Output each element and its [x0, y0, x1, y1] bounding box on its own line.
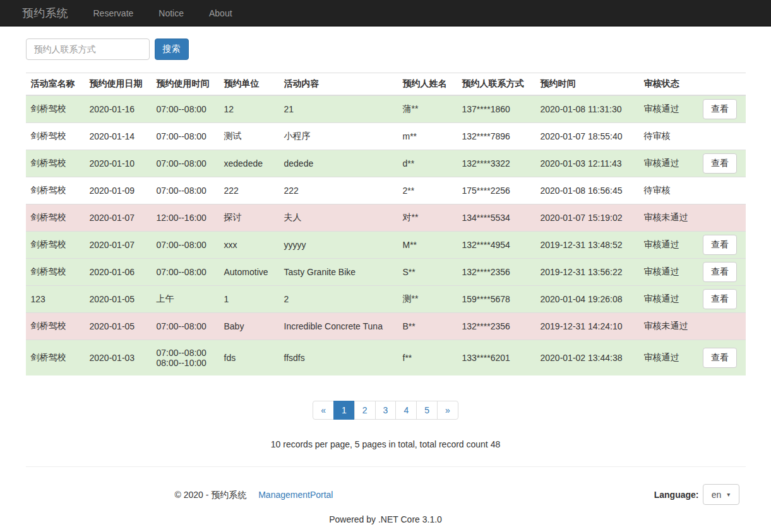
col-header-status: 审核状态	[639, 73, 695, 96]
cell-date: 2020-01-05	[85, 286, 152, 313]
cell-name: 蒲**	[398, 95, 457, 123]
cell-unit: 12	[219, 95, 279, 123]
table-header-row: 活动室名称 预约使用日期 预约使用时间 预约单位 活动内容 预约人姓名 预约人联…	[26, 73, 746, 96]
view-button[interactable]: 查看	[703, 235, 737, 255]
cell-room: 剑桥驾校	[26, 150, 85, 177]
pagination-prev[interactable]: «	[313, 401, 334, 420]
table-row: 剑桥驾校 2020-01-14 07:00--08:00 测试 小程序 m** …	[26, 123, 746, 150]
cell-name: d**	[398, 150, 457, 177]
cell-room: 剑桥驾校	[26, 259, 85, 286]
cell-phone: 132****2356	[457, 259, 535, 286]
table-row: 123 2020-01-05 上午 1 2 测** 159****5678 20…	[26, 286, 746, 313]
col-header-content: 活动内容	[279, 73, 398, 96]
brand-link[interactable]: 预约系统	[23, 6, 78, 21]
powered-by-text: Powered by .NET Core 3.1.0	[26, 514, 746, 531]
cell-status: 审核未通过	[639, 204, 695, 232]
cell-unit: Baby	[219, 313, 279, 340]
pagination-page-1[interactable]: 1	[333, 401, 355, 420]
cell-time: 12:00--16:00	[152, 204, 219, 232]
cell-created: 2019-12-31 13:56:22	[535, 259, 639, 286]
nav-link-reservate[interactable]: Reservate	[84, 8, 143, 18]
cell-unit: 测试	[219, 123, 279, 150]
cell-date: 2020-01-09	[85, 177, 152, 204]
record-summary: 10 records per page, 5 pages in total, t…	[26, 439, 746, 449]
cell-room: 剑桥驾校	[26, 340, 85, 376]
cell-phone: 132****4954	[457, 232, 535, 259]
cell-name: 2**	[398, 177, 457, 204]
pagination-next[interactable]: »	[437, 401, 458, 420]
cell-time: 上午	[152, 286, 219, 313]
cell-time: 07:00--08:00	[152, 95, 219, 123]
cell-room: 剑桥驾校	[26, 95, 85, 123]
cell-content: 小程序	[279, 123, 398, 150]
view-button[interactable]: 查看	[703, 289, 737, 309]
cell-created: 2020-01-08 16:56:45	[535, 177, 639, 204]
cell-room: 剑桥驾校	[26, 123, 85, 150]
pagination: « 1 2 3 4 5 »	[26, 401, 746, 420]
reservations-table: 活动室名称 预约使用日期 预约使用时间 预约单位 活动内容 预约人姓名 预约人联…	[26, 73, 746, 375]
cell-created: 2020-01-07 15:19:02	[535, 204, 639, 232]
cell-date: 2020-01-05	[85, 313, 152, 340]
navbar: 预约系统 Reservate Notice About	[0, 0, 771, 27]
cell-phone: 137****1860	[457, 95, 535, 123]
cell-content: 222	[279, 177, 398, 204]
table-row: 剑桥驾校 2020-01-06 07:00--08:00 Automotive …	[26, 259, 746, 286]
cell-created: 2020-01-02 13:44:38	[535, 340, 639, 376]
cell-date: 2020-01-03	[85, 340, 152, 376]
cell-created: 2019-12-31 14:24:10	[535, 313, 639, 340]
table-row: 剑桥驾校 2020-01-07 07:00--08:00 xxx yyyyy M…	[26, 232, 746, 259]
cell-time: 07:00--08:00	[152, 123, 219, 150]
cell-unit: Automotive	[219, 259, 279, 286]
cell-status: 待审核	[639, 123, 695, 150]
search-bar: 搜索	[26, 38, 746, 60]
cell-phone: 134****5534	[457, 204, 535, 232]
cell-date: 2020-01-07	[85, 232, 152, 259]
cell-status: 审核通过	[639, 259, 695, 286]
cell-content: 2	[279, 286, 398, 313]
footer-divider	[26, 466, 746, 467]
cell-date: 2020-01-06	[85, 259, 152, 286]
cell-phone: 132****7896	[457, 123, 535, 150]
cell-unit: xedededе	[219, 150, 279, 177]
management-portal-link[interactable]: ManagementPortal	[258, 490, 333, 500]
cell-phone: 175****2256	[457, 177, 535, 204]
view-button[interactable]: 查看	[703, 99, 737, 119]
cell-unit: 1	[219, 286, 279, 313]
cell-status: 审核通过	[639, 286, 695, 313]
cell-date: 2020-01-14	[85, 123, 152, 150]
cell-status: 审核通过	[639, 232, 695, 259]
language-select[interactable]: en ▾	[703, 484, 739, 505]
pagination-page-5[interactable]: 5	[416, 401, 438, 420]
table-row: 剑桥驾校 2020-01-16 07:00--08:00 12 21 蒲** 1…	[26, 95, 746, 123]
view-button[interactable]: 查看	[703, 153, 737, 174]
table-row: 剑桥驾校 2020-01-03 07:00--08:00 08:00--10:0…	[26, 340, 746, 376]
cell-status: 待审核	[639, 177, 695, 204]
cell-unit: 探讨	[219, 204, 279, 232]
cell-unit: xxx	[219, 232, 279, 259]
col-header-date: 预约使用日期	[85, 73, 152, 96]
pagination-page-3[interactable]: 3	[375, 401, 397, 420]
table-row: 剑桥驾校 2020-01-10 07:00--08:00 xedededе de…	[26, 150, 746, 177]
cell-time: 07:00--08:00	[152, 177, 219, 204]
view-button[interactable]: 查看	[703, 262, 737, 282]
cell-date: 2020-01-10	[85, 150, 152, 177]
col-header-created: 预约时间	[535, 73, 639, 96]
cell-content: dedede	[279, 150, 398, 177]
nav-link-about[interactable]: About	[200, 8, 242, 18]
cell-room: 剑桥驾校	[26, 204, 85, 232]
search-button[interactable]: 搜索	[155, 38, 189, 60]
cell-room: 剑桥驾校	[26, 177, 85, 204]
view-button[interactable]: 查看	[703, 348, 737, 368]
pagination-page-4[interactable]: 4	[395, 401, 417, 420]
pagination-page-2[interactable]: 2	[354, 401, 376, 420]
nav-link-notice[interactable]: Notice	[149, 8, 193, 18]
cell-time: 07:00--08:00	[152, 313, 219, 340]
cell-content: yyyyy	[279, 232, 398, 259]
cell-created: 2020-01-07 18:55:40	[535, 123, 639, 150]
caret-down-icon: ▾	[727, 491, 730, 498]
col-header-actions	[695, 73, 746, 96]
cell-created: 2019-12-31 13:48:52	[535, 232, 639, 259]
search-input[interactable]	[26, 38, 150, 60]
table-row: 剑桥驾校 2020-01-05 07:00--08:00 Baby Incred…	[26, 313, 746, 340]
cell-content: Tasty Granite Bike	[279, 259, 398, 286]
